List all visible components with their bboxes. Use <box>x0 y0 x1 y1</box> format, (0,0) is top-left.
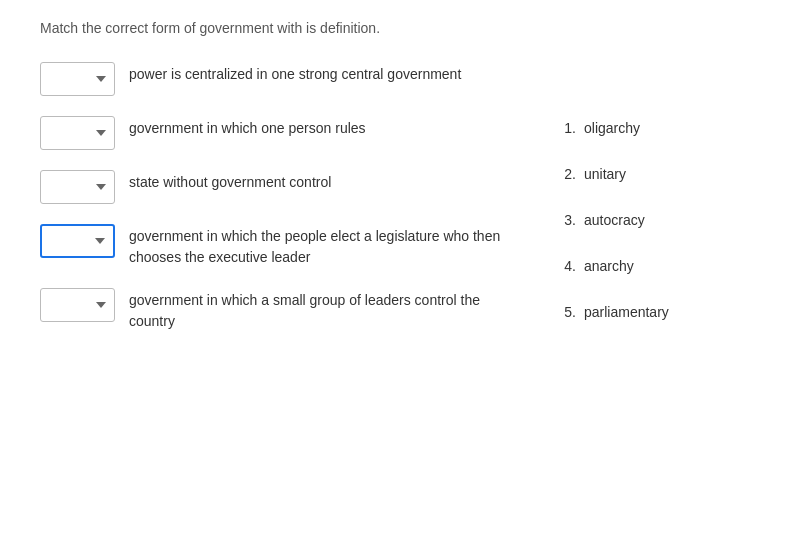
match-row-3: oligarchy unitary autocracy anarchy parl… <box>40 168 520 204</box>
definition-1: power is centralized in one strong centr… <box>129 60 461 85</box>
answer-label-2: unitary <box>584 166 626 182</box>
dropdown-2[interactable]: oligarchy unitary autocracy anarchy parl… <box>40 116 115 150</box>
dropdown-4[interactable]: oligarchy unitary autocracy anarchy parl… <box>40 224 115 258</box>
dropdown-wrapper-3: oligarchy unitary autocracy anarchy parl… <box>40 170 115 204</box>
dropdown-wrapper-4: oligarchy unitary autocracy anarchy parl… <box>40 224 115 258</box>
right-column: 1. oligarchy 2. unitary 3. autocracy 4. … <box>560 60 760 332</box>
answer-item-2: 2. unitary <box>560 166 760 194</box>
definition-4: government in which the people elect a l… <box>129 222 520 268</box>
dropdown-wrapper-1: oligarchy unitary autocracy anarchy parl… <box>40 62 115 96</box>
left-column: oligarchy unitary autocracy anarchy parl… <box>40 60 520 332</box>
match-row-4: oligarchy unitary autocracy anarchy parl… <box>40 222 520 268</box>
answer-label-4: anarchy <box>584 258 634 274</box>
answer-number-3: 3. <box>560 212 576 228</box>
dropdown-wrapper-5: oligarchy unitary autocracy anarchy parl… <box>40 288 115 322</box>
match-row-2: oligarchy unitary autocracy anarchy parl… <box>40 114 520 150</box>
answer-item-3: 3. autocracy <box>560 212 760 240</box>
dropdown-3[interactable]: oligarchy unitary autocracy anarchy parl… <box>40 170 115 204</box>
answer-label-1: oligarchy <box>584 120 640 136</box>
dropdown-5[interactable]: oligarchy unitary autocracy anarchy parl… <box>40 288 115 322</box>
match-row-5: oligarchy unitary autocracy anarchy parl… <box>40 286 520 332</box>
definition-5: government in which a small group of lea… <box>129 286 520 332</box>
answer-number-2: 2. <box>560 166 576 182</box>
main-content: oligarchy unitary autocracy anarchy parl… <box>40 60 760 332</box>
answer-item-4: 4. anarchy <box>560 258 760 286</box>
answer-number-1: 1. <box>560 120 576 136</box>
definition-3: state without government control <box>129 168 331 193</box>
answer-number-5: 5. <box>560 304 576 320</box>
answer-number-4: 4. <box>560 258 576 274</box>
dropdown-1[interactable]: oligarchy unitary autocracy anarchy parl… <box>40 62 115 96</box>
answer-label-5: parliamentary <box>584 304 669 320</box>
definition-2: government in which one person rules <box>129 114 366 139</box>
answer-item-1: 1. oligarchy <box>560 120 760 148</box>
answer-label-3: autocracy <box>584 212 645 228</box>
answer-item-5: 5. parliamentary <box>560 304 760 332</box>
instructions: Match the correct form of government wit… <box>40 20 760 36</box>
match-row-1: oligarchy unitary autocracy anarchy parl… <box>40 60 520 96</box>
dropdown-wrapper-2: oligarchy unitary autocracy anarchy parl… <box>40 116 115 150</box>
